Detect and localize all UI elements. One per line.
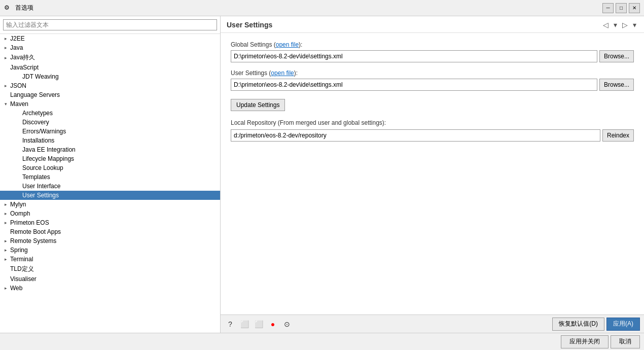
tree-label-jdt-weaving: JDT Weaving	[21, 73, 59, 80]
tree-label-java-ee-integration: Java EE Integration	[21, 146, 76, 153]
tree-item-jdt-weaving[interactable]: JDT Weaving	[0, 72, 220, 81]
tree-item-java-hold[interactable]: ▸Java持久	[0, 52, 220, 63]
global-browse-button[interactable]: Browse...	[599, 50, 634, 62]
tree-label-templates: Templates	[21, 173, 50, 181]
tree-item-remote-systems[interactable]: ▸Remote Systems	[0, 236, 220, 246]
tree-arrow-j2ee: ▸	[2, 36, 9, 41]
user-browse-button[interactable]: Browse...	[599, 79, 634, 91]
tree-label-tld-define: TLD定义	[9, 265, 34, 273]
tree-label-errors-warnings: Errors/Warnings	[21, 128, 66, 135]
user-settings-label: User Settings (open file):	[231, 69, 634, 77]
tree-item-installations[interactable]: Installations	[0, 136, 220, 145]
tree-item-terminal[interactable]: ▸Terminal	[0, 255, 220, 264]
minimize-button[interactable]: ─	[602, 3, 614, 13]
tree-arrow-remote-systems: ▸	[2, 238, 9, 243]
tree-item-mylyn[interactable]: ▸Mylyn	[0, 200, 220, 209]
tree-item-user-interface[interactable]: User Interface	[0, 182, 220, 191]
tree-item-j2ee[interactable]: ▸J2EE	[0, 34, 220, 43]
global-open-file-link[interactable]: open file	[276, 41, 299, 48]
tree-item-language-servers[interactable]: Language Servers	[0, 90, 220, 99]
tree-arrow-spring: ▸	[2, 248, 9, 253]
tree-item-json[interactable]: ▸JSON	[0, 81, 220, 90]
tree-item-remote-boot-apps[interactable]: Remote Boot Apps	[0, 227, 220, 236]
tree-label-visualiser: Visualiser	[9, 275, 37, 283]
restore-defaults-button[interactable]: 恢复默认值(D)	[552, 318, 604, 331]
tree-item-oomph[interactable]: ▸Oomph	[0, 209, 220, 218]
forward-dropdown-icon[interactable]: ▾	[631, 20, 638, 29]
export-icon[interactable]: ⬜	[239, 319, 250, 330]
tree-item-primeton-eos[interactable]: ▸Primeton EOS	[0, 218, 220, 227]
tree-item-maven[interactable]: ▾Maven	[0, 99, 220, 109]
tree-item-source-lookup[interactable]: Source Lookup	[0, 163, 220, 172]
tree-label-java-hold: Java持久	[9, 53, 35, 62]
tree-label-j2ee: J2EE	[9, 35, 25, 42]
settings-icon[interactable]: ⊙	[281, 319, 293, 330]
user-open-file-link[interactable]: open file	[271, 69, 294, 77]
tree-label-oomph: Oomph	[9, 210, 30, 217]
tree-item-visualiser[interactable]: Visualiser	[0, 274, 220, 284]
apply-button[interactable]: 应用(A)	[606, 318, 640, 331]
maximize-button[interactable]: □	[616, 3, 627, 13]
tree-label-language-servers: Language Servers	[9, 91, 60, 98]
tree-label-json: JSON	[9, 82, 26, 89]
tree-item-user-settings[interactable]: User Settings	[0, 191, 220, 200]
local-repo-row: Reindex	[231, 129, 634, 142]
tree-label-javascript: JavaScript	[9, 64, 39, 71]
tree-label-spring: Spring	[9, 247, 28, 254]
global-settings-group: Global Settings (open file): Browse...	[231, 41, 634, 62]
tree-label-lifecycle-mappings: Lifecycle Mappings	[21, 155, 74, 162]
reindex-button[interactable]: Reindex	[602, 129, 634, 142]
global-settings-label: Global Settings (open file):	[231, 41, 634, 48]
local-repo-input[interactable]	[231, 129, 600, 142]
global-settings-row: Browse...	[231, 50, 634, 62]
bottom-icons: ? ⬜ ⬜ ● ⊙	[225, 319, 293, 330]
import-icon[interactable]: ⬜	[253, 319, 264, 330]
update-settings-button[interactable]: Update Settings	[231, 99, 285, 111]
tree-item-lifecycle-mappings[interactable]: Lifecycle Mappings	[0, 154, 220, 163]
tree-item-java-ee-integration[interactable]: Java EE Integration	[0, 145, 220, 154]
tree-label-java: Java	[9, 44, 23, 51]
tree-arrow-json: ▸	[2, 83, 9, 88]
back-icon[interactable]: ◁	[601, 20, 610, 29]
filter-input[interactable]	[3, 19, 217, 30]
tree-item-spring[interactable]: ▸Spring	[0, 246, 220, 255]
right-panel: User Settings ◁ ▾ ▷ ▾ Global Settings (o…	[221, 16, 644, 333]
forward-icon[interactable]: ▷	[621, 20, 629, 29]
user-settings-input[interactable]	[231, 79, 597, 91]
global-settings-input[interactable]	[231, 50, 597, 62]
window-title: 首选项	[15, 4, 602, 12]
local-repo-label: Local Repository (From merged user and g…	[231, 119, 634, 126]
tree-arrow-terminal: ▸	[2, 257, 9, 262]
tree-label-user-interface: User Interface	[21, 183, 60, 190]
close-button[interactable]: ✕	[629, 3, 640, 13]
bottom-actions: 恢复默认值(D) 应用(A)	[552, 318, 640, 331]
tree-label-remote-systems: Remote Systems	[9, 237, 56, 244]
tree-item-templates[interactable]: Templates	[0, 172, 220, 182]
tree-arrow-java-hold: ▸	[2, 55, 9, 60]
apply-close-button[interactable]: 应用并关闭	[561, 335, 609, 348]
tree-item-archetypes[interactable]: Archetypes	[0, 109, 220, 118]
back-dropdown-icon[interactable]: ▾	[612, 20, 619, 29]
tree-label-maven: Maven	[9, 100, 28, 108]
tree-label-web: Web	[9, 285, 22, 292]
record-icon[interactable]: ●	[267, 319, 278, 330]
tree-label-primeton-eos: Primeton EOS	[9, 219, 49, 226]
tree-label-terminal: Terminal	[9, 256, 33, 263]
user-settings-row: Browse...	[231, 79, 634, 91]
tree-item-tld-define[interactable]: TLD定义	[0, 264, 220, 274]
left-panel: ▸J2EE▸Java▸Java持久JavaScriptJDT Weaving▸J…	[0, 16, 221, 333]
help-icon[interactable]: ?	[225, 319, 236, 330]
tree-item-javascript[interactable]: JavaScript	[0, 63, 220, 72]
tree-item-web[interactable]: ▸Web	[0, 284, 220, 293]
tree-label-discovery: Discovery	[21, 119, 49, 126]
panel-title: User Settings	[227, 21, 272, 29]
tree-container[interactable]: ▸J2EE▸Java▸Java持久JavaScriptJDT Weaving▸J…	[0, 33, 220, 333]
tree-item-java[interactable]: ▸Java	[0, 43, 220, 52]
tree-arrow-java: ▸	[2, 45, 9, 50]
tree-item-errors-warnings[interactable]: Errors/Warnings	[0, 127, 220, 136]
tree-item-discovery[interactable]: Discovery	[0, 118, 220, 127]
tree-label-mylyn: Mylyn	[9, 201, 26, 208]
app-icon: ⚙	[4, 4, 12, 12]
cancel-button[interactable]: 取消	[611, 335, 640, 348]
main-container: ▸J2EE▸Java▸Java持久JavaScriptJDT Weaving▸J…	[0, 16, 644, 333]
